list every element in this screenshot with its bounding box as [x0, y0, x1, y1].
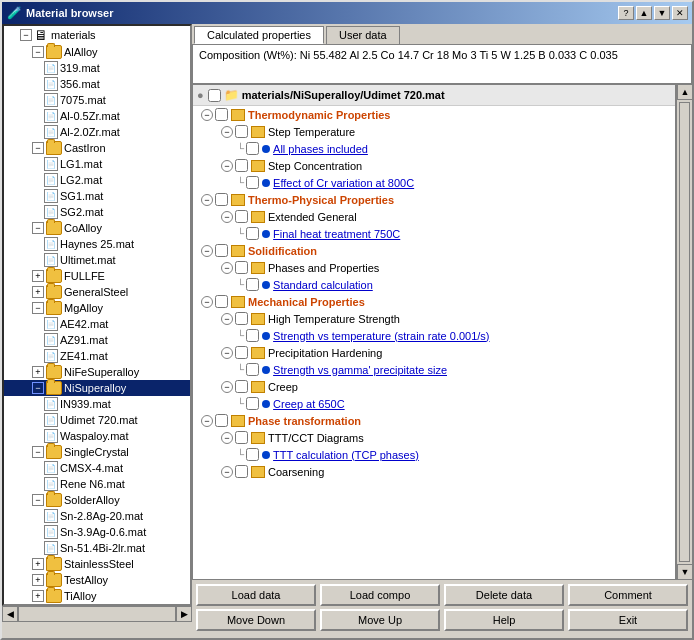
expand-icon[interactable]: − — [221, 347, 233, 359]
category-checkbox[interactable] — [215, 295, 228, 308]
minimize-btn[interactable]: ▲ — [636, 6, 652, 20]
subitem-checkbox[interactable] — [246, 278, 259, 291]
scroll-track[interactable] — [18, 606, 176, 622]
stainless-expander[interactable]: + — [32, 558, 44, 570]
group-MgAlloy[interactable]: − MgAlloy — [4, 300, 190, 316]
list-item[interactable]: 📄Sn-2.8Ag-20.mat — [4, 508, 190, 524]
list-item[interactable]: 📄SG1.mat — [4, 188, 190, 204]
tab-user-data[interactable]: User data — [326, 26, 400, 44]
list-item[interactable]: 📄Haynes 25.mat — [4, 236, 190, 252]
group-SingleCrystal[interactable]: − SingleCrystal — [4, 444, 190, 460]
item-checkbox[interactable] — [235, 261, 248, 274]
load-compo-button[interactable]: Load compo — [320, 584, 440, 606]
right-scrollbar[interactable]: ▲ ▼ — [676, 84, 692, 580]
category-checkbox[interactable] — [215, 414, 228, 427]
item-checkbox[interactable] — [235, 346, 248, 359]
item-checkbox[interactable] — [235, 465, 248, 478]
category-checkbox[interactable] — [215, 244, 228, 257]
close-btn[interactable]: ✕ — [672, 6, 688, 20]
list-item[interactable]: 📄Sn-3.9Ag-0.6.mat — [4, 524, 190, 540]
move-up-button[interactable]: Move Up — [320, 609, 440, 631]
castiron-expander[interactable]: − — [32, 142, 44, 154]
nifesuper-expander[interactable]: + — [32, 366, 44, 378]
expand-icon[interactable]: − — [221, 160, 233, 172]
item-checkbox[interactable] — [235, 380, 248, 393]
expand-icon[interactable]: − — [201, 415, 213, 427]
expand-icon[interactable]: − — [221, 211, 233, 223]
group-NiFeSuperalloy[interactable]: + NiFeSuperalloy — [4, 364, 190, 380]
left-scrollbar[interactable]: ◀ ▶ — [2, 606, 192, 622]
list-item[interactable]: 📄Al-0.5Zr.mat — [4, 108, 190, 124]
expand-icon[interactable]: − — [201, 245, 213, 257]
group-TiAlloy[interactable]: + TiAlloy — [4, 588, 190, 604]
fullfe-expander[interactable]: + — [32, 270, 44, 282]
list-item[interactable]: 📄Ultimet.mat — [4, 252, 190, 268]
list-item[interactable]: 📄356.mat — [4, 76, 190, 92]
singlecrystal-expander[interactable]: − — [32, 446, 44, 458]
expand-icon[interactable]: − — [201, 296, 213, 308]
list-item[interactable]: 📄LG1.mat — [4, 156, 190, 172]
mgalloy-expander[interactable]: − — [32, 302, 44, 314]
help-button[interactable]: Help — [444, 609, 564, 631]
testalloy-expander[interactable]: + — [32, 574, 44, 586]
delete-data-button[interactable]: Delete data — [444, 584, 564, 606]
expand-icon[interactable]: − — [221, 466, 233, 478]
expand-icon[interactable]: − — [201, 109, 213, 121]
list-item[interactable]: 📄ZE41.mat — [4, 348, 190, 364]
group-CoAlloy[interactable]: − CoAlloy — [4, 220, 190, 236]
expand-icon[interactable]: − — [221, 126, 233, 138]
coalloy-expander[interactable]: − — [32, 222, 44, 234]
tialloy-expander[interactable]: + — [32, 590, 44, 602]
group-TestAlloy[interactable]: + TestAlloy — [4, 572, 190, 588]
load-data-button[interactable]: Load data — [196, 584, 316, 606]
item-checkbox[interactable] — [235, 125, 248, 138]
group-CastIron[interactable]: − CastIron — [4, 140, 190, 156]
expand-icon[interactable]: − — [221, 262, 233, 274]
group-SolderAlloy[interactable]: − SolderAlloy — [4, 492, 190, 508]
list-item[interactable]: 📄Udimet 720.mat — [4, 412, 190, 428]
item-checkbox[interactable] — [235, 431, 248, 444]
list-item[interactable]: 📄IN939.mat — [4, 396, 190, 412]
list-item[interactable]: 📄CMSX-4.mat — [4, 460, 190, 476]
expand-icon[interactable]: − — [221, 432, 233, 444]
subitem-checkbox[interactable] — [246, 448, 259, 461]
alloy-expander[interactable]: − — [32, 46, 44, 58]
list-item[interactable]: 📄AE42.mat — [4, 316, 190, 332]
scroll-right-btn[interactable]: ▶ — [176, 606, 192, 622]
help-title-btn[interactable]: ? — [618, 6, 634, 20]
scroll-up-btn[interactable]: ▲ — [677, 84, 692, 100]
item-checkbox[interactable] — [235, 210, 248, 223]
list-item[interactable]: 📄Al-2.0Zr.mat — [4, 124, 190, 140]
scroll-thumb[interactable] — [679, 102, 690, 562]
comment-button[interactable]: Comment — [568, 584, 688, 606]
list-item[interactable]: 📄SG2.mat — [4, 204, 190, 220]
item-checkbox[interactable] — [235, 312, 248, 325]
category-checkbox[interactable] — [215, 193, 228, 206]
generalsteel-expander[interactable]: + — [32, 286, 44, 298]
maximize-btn[interactable]: ▼ — [654, 6, 670, 20]
list-item[interactable]: 📄Waspaloy.mat — [4, 428, 190, 444]
list-item[interactable]: 📄AZ91.mat — [4, 332, 190, 348]
scroll-down-btn[interactable]: ▼ — [677, 564, 692, 580]
root-expander[interactable]: − — [20, 29, 32, 41]
group-StainlessSteel[interactable]: + StainlessSteel — [4, 556, 190, 572]
tab-calculated-properties[interactable]: Calculated properties — [194, 26, 324, 44]
subitem-checkbox[interactable] — [246, 176, 259, 189]
list-item[interactable]: 📄LG2.mat — [4, 172, 190, 188]
list-item[interactable]: 📄319.mat — [4, 60, 190, 76]
tree-root[interactable]: − 🖥 materials — [4, 26, 190, 44]
group-GeneralSteel[interactable]: + GeneralSteel — [4, 284, 190, 300]
category-checkbox[interactable] — [215, 108, 228, 121]
list-item[interactable]: 📄7075.mat — [4, 92, 190, 108]
subitem-checkbox[interactable] — [246, 363, 259, 376]
scroll-left-btn[interactable]: ◀ — [2, 606, 18, 622]
subitem-checkbox[interactable] — [246, 329, 259, 342]
expand-icon[interactable]: − — [221, 313, 233, 325]
group-NiSuperalloy[interactable]: − NiSuperalloy — [4, 380, 190, 396]
list-item[interactable]: 📄Rene N6.mat — [4, 476, 190, 492]
move-down-button[interactable]: Move Down — [196, 609, 316, 631]
header-checkbox[interactable] — [208, 89, 221, 102]
subitem-checkbox[interactable] — [246, 142, 259, 155]
subitem-checkbox[interactable] — [246, 227, 259, 240]
nisuper-expander[interactable]: − — [32, 382, 44, 394]
